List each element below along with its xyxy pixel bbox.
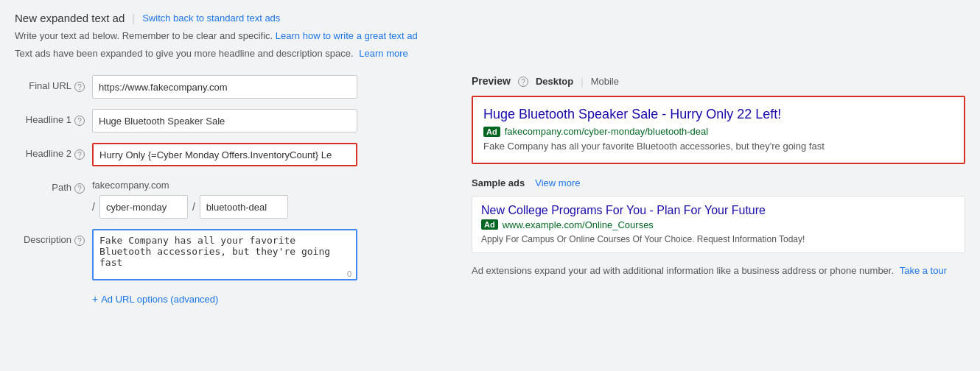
ad-url-line: Ad fakecompany.com/cyber-monday/bluetoot… (483, 126, 953, 137)
headline1-row: Headline 1 ? (15, 109, 449, 132)
final-url-input[interactable] (92, 75, 357, 99)
sample-ads-header: Sample ads View more (472, 177, 965, 188)
preview-header: Preview ? Desktop | Mobile (472, 75, 965, 87)
learn-more-link[interactable]: Learn more (359, 48, 407, 59)
ad-description: Fake Company has all your favorite Bluet… (483, 140, 953, 153)
sample-ad-badge: Ad (481, 219, 498, 230)
preview-help-icon[interactable]: ? (518, 77, 528, 87)
header-line: New expanded text ad | Switch back to st… (15, 12, 965, 24)
path-inputs: / / (92, 195, 288, 219)
view-more-link[interactable]: View more (535, 177, 580, 188)
main-content: Final URL ? Headline 1 ? Headline 2 ? Pa… (15, 75, 965, 305)
path-label: Path ? (15, 177, 92, 194)
path-domain: fakecompany.com (92, 177, 288, 191)
take-a-tour-link[interactable]: Take a tour (900, 265, 947, 276)
description-help-icon[interactable]: ? (74, 236, 85, 246)
headline2-row: Headline 2 ? (15, 143, 449, 166)
path-slash-2: / (192, 201, 195, 213)
info-line1: Write your text ad below. Remember to be… (15, 29, 965, 43)
sample-ad-url: www.example.com/Online_Courses (503, 219, 654, 230)
ad-extensions-text: Ad extensions expand your ad with additi… (472, 264, 965, 278)
path-input-2[interactable] (200, 195, 288, 219)
sample-ad-description: Apply For Campus Or Online Courses Of Yo… (481, 233, 956, 246)
form-section: Final URL ? Headline 1 ? Headline 2 ? Pa… (15, 75, 449, 305)
path-input-1[interactable] (99, 195, 188, 219)
char-count: 0 (347, 269, 351, 278)
description-label: Description ? (15, 229, 92, 246)
ad-display-url: fakecompany.com/cyber-monday/bluetooth-d… (505, 126, 709, 137)
path-row: Path ? fakecompany.com / / (15, 177, 449, 219)
headline1-help-icon[interactable]: ? (74, 116, 85, 126)
plus-icon: + (92, 293, 98, 305)
sample-ad-box: New College Programs For You - Plan For … (472, 196, 965, 254)
preview-label: Preview (472, 75, 511, 87)
preview-ad-box: Huge Bluetooth Speaker Sale - Hurry Only… (472, 96, 965, 164)
ad-headline: Huge Bluetooth Speaker Sale - Hurry Only… (483, 106, 953, 123)
sample-ads-label: Sample ads (472, 177, 525, 188)
preview-section: Preview ? Desktop | Mobile Huge Bluetoot… (472, 75, 965, 305)
switch-link[interactable]: Switch back to standard text ads (142, 13, 280, 24)
info-line2: Text ads have been expanded to give you … (15, 46, 965, 61)
description-textarea[interactable] (92, 229, 357, 280)
header-divider: | (132, 12, 135, 24)
learn-how-link[interactable]: Learn how to write a great text ad (276, 30, 418, 41)
final-url-help-icon[interactable]: ? (74, 82, 85, 92)
path-section: fakecompany.com / / (92, 177, 288, 219)
tab-mobile[interactable]: Mobile (591, 76, 619, 87)
page-title: New expanded text ad (15, 12, 125, 24)
final-url-row: Final URL ? (15, 75, 449, 99)
path-help-icon[interactable]: ? (74, 183, 85, 194)
headline2-help-icon[interactable]: ? (74, 149, 85, 160)
headline1-input[interactable] (92, 109, 357, 132)
tab-divider: | (581, 76, 583, 87)
final-url-label: Final URL ? (15, 75, 92, 92)
headline1-label: Headline 1 ? (15, 109, 92, 126)
path-slash-1: / (92, 201, 95, 213)
sample-ad-url-line: Ad www.example.com/Online_Courses (481, 219, 956, 230)
headline2-label: Headline 2 ? (15, 143, 92, 160)
sample-ad-headline: New College Programs For You - Plan For … (481, 204, 956, 217)
ad-badge: Ad (483, 127, 500, 137)
ad-url-options[interactable]: + Ad URL options (advanced) (92, 293, 449, 305)
description-wrapper: 0 (92, 229, 357, 283)
headline2-input[interactable] (92, 143, 357, 166)
tab-desktop[interactable]: Desktop (536, 76, 573, 87)
description-row: Description ? 0 (15, 229, 449, 283)
